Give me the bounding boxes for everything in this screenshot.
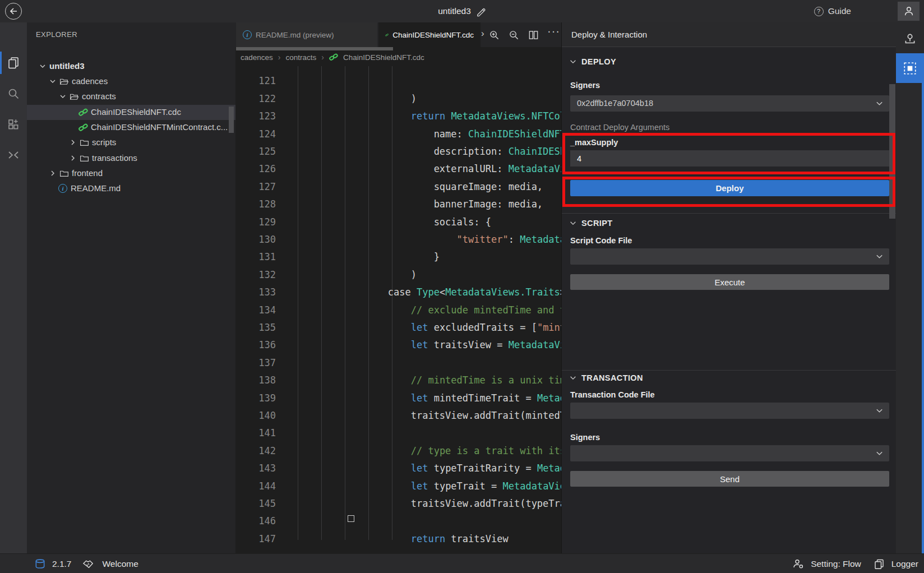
deploy-panel-icon bbox=[903, 61, 917, 76]
tree-item[interactable]: i ChainIDEShieldNFTMintContract.c... bbox=[27, 120, 235, 135]
welcome-button[interactable]: Welcome bbox=[102, 559, 138, 569]
cadence-chain-icon bbox=[385, 30, 389, 40]
breadcrumb: cadences › contracts › ChainIDEShieldNFT… bbox=[241, 49, 424, 65]
code-line[interactable]: 138 let mintedTimeTrait = MetadataViews.… bbox=[235, 354, 561, 372]
search-icon[interactable] bbox=[7, 87, 20, 100]
transaction-file-select[interactable] bbox=[570, 403, 889, 419]
breadcrumb-file[interactable]: ChainIDEShieldNFT.cdc bbox=[343, 53, 424, 62]
code-line[interactable]: 142 let typeTraitRarity = MetadataViews.… bbox=[235, 424, 561, 442]
editor-box-marker bbox=[348, 515, 354, 522]
tree-item[interactable]: i untitled3 bbox=[27, 59, 235, 74]
active-view-indicator bbox=[0, 52, 2, 74]
tab-readme[interactable]: i README.md (preview) bbox=[236, 22, 377, 47]
folder-open-icon bbox=[70, 92, 79, 101]
person-icon bbox=[903, 5, 915, 17]
code-line[interactable]: 124 description: ChainIDEShieldNFT.Colle… bbox=[235, 108, 561, 125]
code-line[interactable]: 131 ) bbox=[235, 231, 561, 248]
logger-button[interactable]: Logger bbox=[891, 559, 918, 569]
chevron-down-icon bbox=[569, 374, 577, 382]
tree-item[interactable]: i ChainIDEShieldNFT.cdc bbox=[27, 105, 235, 120]
code-line[interactable]: 136 bbox=[235, 319, 561, 336]
code-line[interactable]: 125 externalURL: MetadataViews.ExternalU… bbox=[235, 126, 561, 143]
code-line[interactable]: 129 "twitter": MetadataViews.ExternalURL… bbox=[235, 196, 561, 213]
code-line[interactable]: 121 ) bbox=[235, 66, 561, 72]
chevron-down-icon bbox=[875, 252, 884, 261]
more-actions-icon[interactable]: ··· bbox=[547, 25, 558, 35]
deploy-panel-button[interactable] bbox=[896, 53, 924, 83]
sandbox-pin-button[interactable] bbox=[896, 27, 924, 52]
code-line[interactable]: 128 socials: { bbox=[235, 178, 561, 196]
copy-icon bbox=[874, 558, 885, 570]
tree-item[interactable]: i cadences bbox=[27, 74, 235, 89]
max-supply-input[interactable] bbox=[570, 150, 889, 167]
chevron-right-icon: › bbox=[278, 53, 281, 62]
send-button[interactable]: Send bbox=[570, 471, 889, 487]
explorer-header: EXPLORER bbox=[36, 30, 77, 39]
code-line[interactable]: 141 // type is a trait with its own rari… bbox=[235, 407, 561, 424]
explorer-scrollbar[interactable] bbox=[229, 107, 234, 133]
signers-select[interactable]: 0x2dffb1e7a0704b18 bbox=[570, 95, 889, 112]
avatar[interactable] bbox=[898, 2, 920, 21]
files-icon[interactable] bbox=[7, 56, 20, 70]
code-line[interactable]: 127 bannerImage: media, bbox=[235, 160, 561, 178]
editor-tab-bar: i README.md (preview) ChainIDEShieldNFT.… bbox=[235, 22, 561, 47]
code-line[interactable]: 139 traitsView.addTrait(mintedTimeTrait) bbox=[235, 372, 561, 389]
angle-brackets-icon[interactable] bbox=[7, 149, 20, 162]
transaction-section-header[interactable]: TRANSACTION bbox=[569, 373, 643, 382]
execute-button[interactable]: Execute bbox=[570, 274, 889, 290]
tree-item[interactable]: i contracts bbox=[27, 89, 235, 104]
script-file-select[interactable] bbox=[570, 248, 889, 265]
version-label: 2.1.7 bbox=[52, 559, 71, 569]
code-line[interactable]: 126 squareImage: media, bbox=[235, 143, 561, 160]
line-number: 147 bbox=[235, 530, 276, 548]
cadence-chain-icon bbox=[78, 123, 88, 132]
tree-item-label: contracts bbox=[82, 91, 116, 101]
deploy-button[interactable]: Deploy bbox=[570, 180, 889, 196]
folder-icon bbox=[80, 154, 89, 163]
transaction-signers-label: Signers bbox=[570, 433, 600, 442]
code-line[interactable]: 133 // exclude mintedTime and type trait… bbox=[235, 266, 561, 284]
breadcrumb-contracts[interactable]: contracts bbox=[285, 53, 316, 62]
cadence-chain-icon bbox=[329, 53, 338, 62]
code-line[interactable]: 147 bbox=[235, 512, 561, 530]
pencil-icon[interactable] bbox=[475, 6, 486, 17]
tab-chainideshieldnft[interactable]: ChainIDEShieldNFT.cdc bbox=[378, 22, 481, 47]
setting-flow-button[interactable]: Setting: Flow bbox=[811, 559, 861, 569]
panel-title: Deploy & Interaction bbox=[571, 30, 647, 39]
tree-item[interactable]: i transactions bbox=[27, 151, 235, 166]
code-line[interactable]: 144 traitsView.addTrait(typeTrait) bbox=[235, 460, 561, 477]
guide-button[interactable]: ? Guide bbox=[814, 0, 851, 22]
code-line[interactable]: 122 return MetadataViews.NFTCollectionDi… bbox=[235, 72, 561, 90]
tree-item-label: ChainIDEShieldNFTMintContract.c... bbox=[91, 122, 228, 132]
code-line[interactable]: 135 let traitsView = MetadataViews.dictT… bbox=[235, 302, 561, 319]
tree-item-label: README.md bbox=[71, 183, 121, 193]
code-line[interactable]: 130 } bbox=[235, 214, 561, 231]
code-line[interactable]: 134 let excludedTraits = ["mintedTime", … bbox=[235, 284, 561, 301]
code-line[interactable]: 132 case Type<MetadataViews.Traits>(): bbox=[235, 248, 561, 266]
code-line[interactable]: 146 return traitsView bbox=[235, 495, 561, 512]
status-right-group: Setting: Flow Logger bbox=[792, 554, 918, 573]
code-line[interactable]: 143 let typeTrait = MetadataViews.Trait( bbox=[235, 442, 561, 460]
split-editor-icon[interactable] bbox=[528, 30, 539, 40]
project-title-text: untitled3 bbox=[438, 6, 471, 16]
code-editor[interactable]: 121 ) 122 return MetadataViews.NFTCollec… bbox=[235, 66, 561, 553]
script-section-header[interactable]: SCRIPT bbox=[569, 219, 613, 228]
panel-scrollbar[interactable] bbox=[889, 84, 895, 219]
breadcrumb-cadences[interactable]: cadences bbox=[241, 53, 273, 62]
max-supply-label: _maxSupply bbox=[570, 138, 618, 147]
tree-item[interactable]: i scripts bbox=[27, 135, 235, 150]
tree-item[interactable]: i frontend bbox=[27, 166, 235, 181]
code-line[interactable]: 140 bbox=[235, 390, 561, 407]
chevron-down-icon bbox=[569, 58, 577, 66]
deploy-section-header[interactable]: DEPLOY bbox=[569, 57, 616, 66]
code-line[interactable]: 137 // mintedTime is a unix timestamp, m… bbox=[235, 336, 561, 354]
tree-item-label: cadences bbox=[72, 76, 108, 86]
code-line[interactable]: 123 name: ChainIDEShieldNFT.CollectionNa… bbox=[235, 90, 561, 108]
extensions-icon[interactable] bbox=[7, 118, 20, 131]
zoom-in-icon[interactable] bbox=[489, 30, 500, 40]
tab-bar-scrollbar[interactable] bbox=[236, 47, 393, 50]
zoom-out-icon[interactable] bbox=[509, 30, 519, 40]
transaction-signers-select[interactable] bbox=[570, 445, 889, 461]
tree-item[interactable]: i README.md bbox=[27, 181, 235, 196]
code-line[interactable]: 145 bbox=[235, 478, 561, 495]
